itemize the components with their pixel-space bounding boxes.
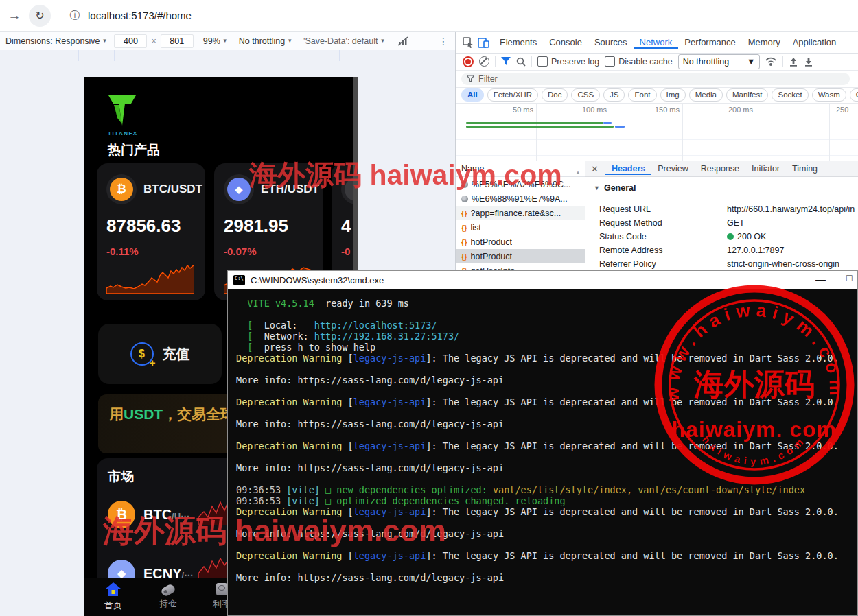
detail-tab-response[interactable]: Response xyxy=(695,164,745,174)
waterfall-bar xyxy=(466,122,603,124)
detail-tab-headers[interactable]: Headers xyxy=(605,164,651,175)
chip-fetchxhr[interactable]: Fetch/XHR xyxy=(487,88,538,102)
search-icon[interactable] xyxy=(516,57,526,67)
record-button[interactable] xyxy=(463,56,474,67)
request-row[interactable]: {}?app=finance.rate&sc... xyxy=(456,206,585,220)
tab-memory[interactable]: Memory xyxy=(742,37,787,47)
header-label: Referrer Policy xyxy=(585,259,727,269)
chip-js[interactable]: JS xyxy=(603,88,625,102)
viewport-height-input[interactable]: 801 xyxy=(161,34,194,48)
chip-other[interactable]: Other xyxy=(850,88,858,102)
throttling-select[interactable]: No throttling xyxy=(239,36,285,46)
detail-tab-initiator[interactable]: Initiator xyxy=(745,164,786,174)
general-section-header[interactable]: ▼ General xyxy=(585,177,858,198)
request-list-header[interactable]: Name ▲ xyxy=(456,161,585,177)
waterfall-bar xyxy=(603,122,612,124)
timeline-tick-label: 250 xyxy=(836,106,848,114)
request-row[interactable]: {}list xyxy=(456,220,585,235)
change-value: -0.11% xyxy=(106,246,196,257)
url-text[interactable]: localhost:5173/#/home xyxy=(88,10,192,21)
zoom-select[interactable]: 99% xyxy=(203,36,220,46)
header-value: strict-origin-when-cross-origin xyxy=(727,259,839,269)
request-row[interactable]: %E5%AE%A2%E6%9C... xyxy=(456,177,585,191)
tab-application[interactable]: Application xyxy=(787,37,843,47)
network-overview-waterfall[interactable] xyxy=(456,117,858,162)
device-toolbar-menu-icon[interactable]: ⋮ xyxy=(439,36,448,47)
cmd-body[interactable]: VITE v4.5.14 ready in 639 ms [ Local: ht… xyxy=(228,289,857,583)
tab-network[interactable]: Network xyxy=(634,37,679,49)
device-toolbar-toggle-icon[interactable] xyxy=(478,38,489,48)
market-row-btc[interactable]: ₿ BTC/U⋯ xyxy=(108,501,189,528)
disable-cache-checkbox[interactable] xyxy=(605,56,615,67)
reload-button[interactable]: ↻ xyxy=(29,5,51,27)
preserve-log-checkbox[interactable] xyxy=(537,56,548,67)
device-toolbar: Dimensions: Responsive ▼ 400 × 801 99% ▼… xyxy=(0,32,455,51)
nav-item-home[interactable]: 首页 xyxy=(93,582,134,612)
request-row[interactable]: {}hotProduct xyxy=(456,235,585,249)
detail-tab-preview[interactable]: Preview xyxy=(651,164,694,174)
filter-icon[interactable] xyxy=(501,57,511,66)
recharge-card[interactable]: $ + 充值 xyxy=(98,324,222,384)
browser-address-bar: → ↻ ⓘ localhost:5173/#/home xyxy=(0,0,858,32)
request-row[interactable]: {}hotProduct xyxy=(456,249,585,263)
request-name: list xyxy=(471,223,481,233)
chip-font[interactable]: Font xyxy=(628,88,656,102)
tab-sources[interactable]: Sources xyxy=(588,37,634,47)
maximize-button[interactable]: □ xyxy=(846,272,852,283)
tab-console[interactable]: Console xyxy=(543,37,588,47)
timeline-tick-label: 150 ms xyxy=(655,106,680,114)
network-conditions-icon[interactable] xyxy=(765,57,777,67)
disable-cache-label: Disable cache xyxy=(618,57,673,67)
fetch-icon: {} xyxy=(461,209,467,217)
nav-item-positions[interactable]: 持仓 xyxy=(148,582,189,610)
tab-performance[interactable]: Performance xyxy=(678,37,741,47)
viewport-width-input[interactable]: 400 xyxy=(114,34,147,48)
filter-input[interactable]: Filter xyxy=(461,73,850,85)
import-har-icon[interactable] xyxy=(789,57,798,67)
signal-off-icon[interactable] xyxy=(397,36,408,46)
product-card-btc[interactable]: ₿ BTC/USDT 87856.63 -0.11% xyxy=(97,163,205,300)
chevron-down-icon: ▼ xyxy=(287,38,292,44)
chip-media[interactable]: Media xyxy=(689,88,723,102)
chevron-down-icon: ▼ xyxy=(222,38,228,44)
network-filter-row: Filter xyxy=(456,71,858,88)
home-icon xyxy=(105,582,121,597)
fetch-icon: {} xyxy=(461,224,467,232)
clear-icon[interactable] xyxy=(479,56,489,67)
timeline-tick-label: 100 ms xyxy=(582,106,607,114)
ruler-tick xyxy=(114,50,115,61)
detail-tab-timing[interactable]: Timing xyxy=(786,164,824,174)
inspect-icon[interactable] xyxy=(463,37,474,48)
titanfx-logo-icon xyxy=(108,95,137,126)
chip-css[interactable]: CSS xyxy=(571,88,600,102)
forward-icon[interactable]: → xyxy=(5,8,23,23)
save-data-select[interactable]: 'Save-Data': default xyxy=(303,36,378,46)
scroll-up-icon[interactable]: ▲ xyxy=(575,165,581,180)
network-toolbar: Preserve log Disable cache No throttling… xyxy=(456,53,858,71)
network-throttling-select[interactable]: No throttling▼ xyxy=(678,54,761,69)
export-har-icon[interactable] xyxy=(804,57,813,67)
dimensions-select[interactable]: Dimensions: Responsive xyxy=(5,36,100,46)
tab-elements[interactable]: Elements xyxy=(494,37,543,47)
chip-doc[interactable]: Doc xyxy=(542,88,568,102)
chevron-down-icon: ▼ xyxy=(747,57,755,67)
chip-manifest[interactable]: Manifest xyxy=(726,88,768,102)
fetch-icon: {} xyxy=(461,252,467,261)
cmd-titlebar[interactable]: C:\WINDOWS\system32\cmd.exe — □ xyxy=(228,271,857,289)
site-info-icon[interactable]: ⓘ xyxy=(66,7,84,25)
request-row[interactable]: %E6%88%91%E7%9A... xyxy=(456,191,585,206)
chip-wasm[interactable]: Wasm xyxy=(812,88,846,102)
header-label: Remote Address xyxy=(585,246,727,255)
close-icon[interactable]: ✕ xyxy=(591,164,599,174)
change-value: -0 xyxy=(341,246,353,257)
chip-img[interactable]: Img xyxy=(660,88,686,102)
header-value: GET xyxy=(727,218,745,228)
request-name: ?app=finance.rate&sc... xyxy=(471,209,561,218)
minimize-button[interactable]: — xyxy=(815,273,826,285)
chip-all[interactable]: All xyxy=(461,88,484,102)
btc-icon: ₿ xyxy=(108,501,135,528)
detail-tab-bar: ✕ HeadersPreviewResponseInitiatorTiming xyxy=(585,161,858,177)
pair-label: BTC/USDT xyxy=(143,182,202,196)
devtools-tab-bar: ElementsConsoleSourcesNetworkPerformance… xyxy=(456,32,858,54)
chip-socket[interactable]: Socket xyxy=(772,88,808,102)
